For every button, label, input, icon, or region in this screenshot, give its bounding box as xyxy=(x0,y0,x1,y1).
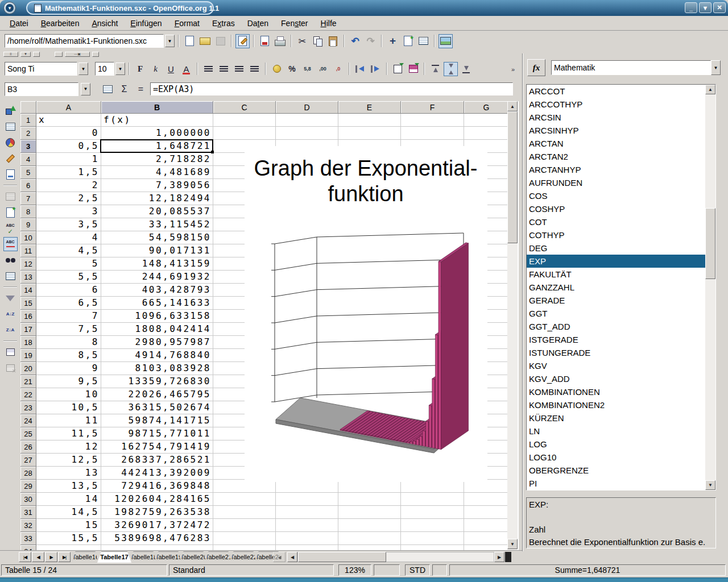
cell-B24[interactable]: 59874,141715 xyxy=(101,414,211,427)
title-bar[interactable]: ▼ Mathematik1-Funktionen.sxc - OpenOffic… xyxy=(0,0,728,16)
insert-cells-icon[interactable] xyxy=(3,119,18,134)
align-center-vertical-icon[interactable] xyxy=(444,62,458,76)
bold-button[interactable]: F xyxy=(133,62,147,76)
font-name-dropdown-button[interactable]: ▼ xyxy=(78,63,88,75)
function-item-log[interactable]: LOG xyxy=(527,438,715,451)
function-scroll-thumb[interactable] xyxy=(705,208,715,279)
cell-B20[interactable]: 8103,083928 xyxy=(101,362,211,375)
function-item-deg[interactable]: DEG xyxy=(527,242,715,255)
function-item-pi[interactable]: PI xyxy=(527,477,715,490)
insert-icon[interactable] xyxy=(3,103,18,118)
row-header-2[interactable]: 2 xyxy=(20,127,36,140)
cell-B6[interactable]: 7,389056 xyxy=(101,179,211,192)
cell-A22[interactable]: 10 xyxy=(36,388,99,401)
align-center-icon[interactable] xyxy=(217,62,231,76)
datasource-icon[interactable] xyxy=(416,34,431,48)
cell-A1[interactable]: x xyxy=(36,114,99,127)
cell-A5[interactable]: 1,5 xyxy=(36,166,99,179)
function-item-arccothyp[interactable]: ARCCOTHYP xyxy=(527,98,715,111)
cell-A33[interactable]: 15,5 xyxy=(36,532,99,545)
next-sheet-button[interactable]: ▶ xyxy=(45,552,57,562)
borders-icon[interactable] xyxy=(391,62,405,76)
cell-A17[interactable]: 7,5 xyxy=(36,323,99,336)
row-header-13[interactable]: 13 xyxy=(20,271,36,284)
row-header-9[interactable]: 9 xyxy=(20,218,36,231)
row-header-4[interactable]: 4 xyxy=(20,153,36,166)
cell-B33[interactable]: 5389698,476283 xyxy=(101,532,211,545)
sum-icon[interactable]: Σ xyxy=(117,82,131,96)
italic-button[interactable]: k xyxy=(148,62,163,76)
draw-functions-icon[interactable] xyxy=(3,151,18,165)
cell-A3[interactable]: 0,5 xyxy=(36,140,99,153)
status-sheet-position[interactable]: Tabelle 15 / 24 xyxy=(1,564,167,576)
function-icon[interactable]: = xyxy=(134,82,148,96)
function-item-arctan2[interactable]: ARCTAN2 xyxy=(527,150,715,163)
toolbar-collapse-icon[interactable]: ▼ xyxy=(20,52,31,57)
shade-button[interactable]: ▼ xyxy=(699,2,712,13)
cell-B7[interactable]: 12,182494 xyxy=(101,192,211,205)
menu-item-datei[interactable]: Datei xyxy=(3,17,35,30)
function-item-kgv_add[interactable]: KGV_ADD xyxy=(527,372,715,385)
row-header-27[interactable]: 27 xyxy=(20,454,36,467)
sheet-tab-tabelle21[interactable]: Tabelle21 xyxy=(205,551,231,563)
redo-icon[interactable] xyxy=(363,34,378,48)
menu-item-bearbeiten[interactable]: Bearbeiten xyxy=(35,17,86,30)
function-item-aufrunden[interactable]: AUFRUNDEN xyxy=(527,176,715,189)
cell-A12[interactable]: 5 xyxy=(36,257,99,271)
cell-A6[interactable]: 2 xyxy=(36,179,99,192)
cell-A24[interactable]: 11 xyxy=(36,414,99,427)
close-button[interactable]: ✕ xyxy=(713,2,726,13)
cell-A26[interactable]: 12 xyxy=(36,440,99,454)
autofilter-icon[interactable] xyxy=(3,291,18,305)
cell-A23[interactable]: 10,5 xyxy=(36,401,99,414)
cell-A18[interactable]: 8 xyxy=(36,336,99,349)
row-header-21[interactable]: 21 xyxy=(20,375,36,388)
cell-B17[interactable]: 1808,042414 xyxy=(101,323,211,336)
first-sheet-button[interactable]: |◀ xyxy=(19,552,31,562)
hscroll-right-icon[interactable]: ▶ xyxy=(494,552,504,562)
row-header-22[interactable]: 22 xyxy=(20,388,36,401)
function-wizard-icon[interactable] xyxy=(101,82,115,96)
export-pdf-icon[interactable] xyxy=(258,34,272,48)
stylist-icon[interactable] xyxy=(3,205,18,219)
cell-A20[interactable]: 9 xyxy=(36,362,99,375)
open-folder-icon[interactable] xyxy=(198,34,212,48)
cell-A15[interactable]: 6,5 xyxy=(36,297,99,310)
cell-A31[interactable]: 14,5 xyxy=(36,506,99,519)
number-percent-icon[interactable] xyxy=(285,62,299,76)
gallery-icon[interactable] xyxy=(439,34,453,48)
menu-item-format[interactable]: Format xyxy=(168,17,206,30)
function-item-gerade[interactable]: GERADE xyxy=(527,294,715,307)
scroll-down-icon[interactable]: ▼ xyxy=(705,480,715,490)
vertical-scrollbar[interactable]: ▲ ▼ xyxy=(507,101,518,550)
function-item-ganzzahl[interactable]: GANZZAHL xyxy=(527,281,715,294)
status-sum[interactable]: Summe=1,648721 xyxy=(449,564,726,576)
align-top-icon[interactable] xyxy=(428,62,442,76)
status-selection-mode[interactable]: STD xyxy=(405,564,430,576)
column-header-C[interactable]: C xyxy=(213,101,276,114)
cell-A10[interactable]: 4 xyxy=(36,231,99,244)
row-header-16[interactable]: 16 xyxy=(20,310,36,323)
stylist-icon[interactable] xyxy=(401,34,415,48)
column-header-F[interactable]: F xyxy=(401,101,464,114)
cell-B5[interactable]: 4,481689 xyxy=(101,166,211,179)
menu-item-extras[interactable]: Extras xyxy=(206,17,241,30)
row-header-19[interactable]: 19 xyxy=(20,349,36,362)
cell-B14[interactable]: 403,428793 xyxy=(101,284,211,297)
function-item-fakultät[interactable]: FAKULTÄT xyxy=(527,268,715,281)
cell-B10[interactable]: 54,598150 xyxy=(101,231,211,244)
status-page-style[interactable]: Standard xyxy=(169,564,334,576)
function-item-istgerade[interactable]: ISTGERADE xyxy=(527,333,715,346)
sheet-tab-tabelle22[interactable]: Tabelle22 xyxy=(230,551,257,563)
chart-object[interactable]: Graph der Exponential-funktion xyxy=(245,146,487,482)
cell-B15[interactable]: 665,141633 xyxy=(101,297,211,310)
column-header-D[interactable]: D xyxy=(276,101,338,114)
edit-file-icon[interactable] xyxy=(235,34,250,48)
delete-decimal-icon[interactable] xyxy=(331,62,345,76)
function-item-arcsin[interactable]: ARCSIN xyxy=(527,111,715,124)
cell-B12[interactable]: 148,413159 xyxy=(101,257,211,271)
cell-A21[interactable]: 9,5 xyxy=(36,375,99,388)
datasources-icon[interactable] xyxy=(3,269,18,283)
row-header-18[interactable]: 18 xyxy=(20,336,36,349)
cell-B13[interactable]: 244,691932 xyxy=(101,271,211,284)
